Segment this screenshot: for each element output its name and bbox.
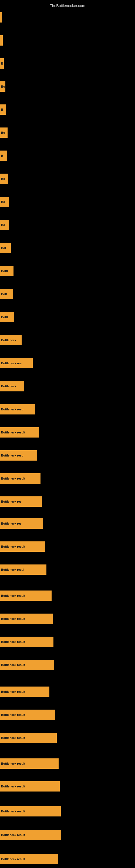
bar-label: Bottleneck result <box>1 762 25 765</box>
bar-item: Bottleneck result <box>0 427 39 437</box>
site-title: TheBottlenecker.com <box>0 1 135 10</box>
bar-label: Bottleneck result <box>1 736 25 739</box>
bar-item <box>0 35 3 45</box>
bar-label: Bottleneck result <box>1 785 25 788</box>
bar-item: Bottl <box>0 266 13 276</box>
bar-item: Bott <box>0 289 13 299</box>
bar-label: Bottleneck result <box>1 640 25 643</box>
bar-label: Bottleneck resu <box>1 454 24 457</box>
bar-item: Bo <box>0 197 9 207</box>
bar-label: Bottl <box>1 269 8 273</box>
bar-label: Bottleneck result <box>1 594 25 597</box>
bar-item: B <box>0 151 7 161</box>
bar-item: Bottleneck result <box>0 614 53 624</box>
bar-label: Bottleneck resul <box>1 568 24 571</box>
bar-item: B <box>0 58 4 69</box>
bar-label: B <box>1 108 3 111</box>
bar-item: Bottleneck res <box>0 496 42 507</box>
bar-label: Bo <box>1 200 5 204</box>
bar-label: Bo <box>1 177 5 180</box>
bar-item: Bottleneck <box>0 381 24 392</box>
bar-item: Bottleneck result <box>0 541 45 552</box>
bar-label: Bottleneck result <box>1 617 25 620</box>
bar-item: Bottleneck result <box>0 758 58 769</box>
bar-label: Bottleneck result <box>1 858 25 861</box>
bar-label: Bottleneck <box>1 384 16 388</box>
bar-label: Bottleneck result <box>1 833 25 837</box>
bar-label: Bottleneck res <box>1 500 21 503</box>
bar-item: Bottleneck res <box>0 518 43 529</box>
bar-label: Bottleneck result <box>1 810 25 813</box>
bar-item: Bottleneck result <box>0 637 53 647</box>
bar-label: Bo <box>1 223 5 226</box>
bar-item: Bottleneck resu <box>0 404 35 414</box>
bar-item: B <box>0 104 6 115</box>
bar-label: Bottleneck resu <box>1 408 24 411</box>
bar-label: Bot <box>1 246 6 250</box>
bar-label: Bo <box>1 85 5 88</box>
bar-label: B <box>1 62 3 65</box>
bar-label: Bottleneck result <box>1 690 25 693</box>
bar-label: Bott <box>1 292 7 296</box>
bar-label: Bottl <box>1 315 8 319</box>
bar-label: Bottleneck res <box>1 522 21 525</box>
bar-item: Bottleneck res <box>0 358 33 368</box>
bar-item: Bottleneck result <box>0 733 57 743</box>
bar-label: Bottleneck <box>1 339 16 342</box>
bar-label: Bottleneck result <box>1 663 25 666</box>
bar-item: Bottleneck <box>0 335 21 345</box>
bar-item <box>0 12 2 23</box>
bar-label: Bottleneck result <box>1 713 25 716</box>
bar-item: Bottleneck result <box>0 806 61 816</box>
bar-label: Bottleneck result <box>1 477 25 480</box>
bar-item: Bot <box>0 243 11 253</box>
bar-item: Bottleneck resul <box>0 564 46 575</box>
bar-label: Bo <box>1 131 5 134</box>
bar-item: Bottleneck resu <box>0 450 37 461</box>
bar-item: Bottleneck result <box>0 781 60 792</box>
bar-item: Bottl <box>0 312 14 322</box>
bar-label: Bottleneck result <box>1 545 25 548</box>
bar-item: Bottleneck result <box>0 473 41 484</box>
bar-item: Bottleneck result <box>0 710 55 720</box>
bar-item: Bottleneck result <box>0 590 52 601</box>
bar-label: Bottleneck res <box>1 362 21 365</box>
bar-item: Bottleneck result <box>0 686 49 697</box>
bar-item: Bo <box>0 127 8 138</box>
bar-item: Bottleneck result <box>0 854 58 864</box>
bar-item: Bo <box>0 174 8 184</box>
bar-item: Bottleneck result <box>0 830 61 840</box>
bar-item: Bo <box>0 82 5 92</box>
bar-label: Bottleneck result <box>1 431 25 434</box>
bar-item: Bottleneck result <box>0 660 54 670</box>
bar-label: B <box>1 154 3 157</box>
bar-item: Bo <box>0 220 9 230</box>
